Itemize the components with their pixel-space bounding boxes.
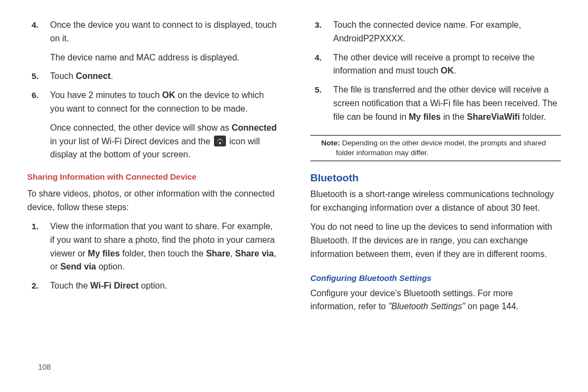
step-item: 2. Touch the Wi-Fi Direct option. bbox=[27, 279, 278, 293]
step-item: 5. The file is transferred and the other… bbox=[310, 83, 561, 124]
step-item: 4. The other device will receive a promp… bbox=[310, 51, 561, 78]
page-number: 108 bbox=[38, 362, 51, 373]
steps-list-a: 4. Once the device you want to connect t… bbox=[27, 19, 278, 167]
step-text: View the information that you want to sh… bbox=[50, 222, 276, 271]
step-number: 1. bbox=[32, 220, 39, 233]
right-column: 3. Touch the connected device name. For … bbox=[307, 19, 561, 381]
step-item: 6. You have 2 minutes to touch OK on the… bbox=[27, 89, 278, 116]
bluetooth-para-2: You do not need to line up the devices t… bbox=[310, 220, 561, 261]
step-number: 6. bbox=[32, 89, 39, 102]
heading-bluetooth: Bluetooth bbox=[310, 170, 561, 186]
step-item: 5. Touch Connect. bbox=[27, 70, 278, 83]
step-number: 4. bbox=[32, 19, 39, 32]
step-text: The file is transferred and the other de… bbox=[333, 85, 557, 121]
steps-list-b: 1. View the information that you want to… bbox=[27, 220, 278, 298]
step-item: 4. Once the device you want to connect t… bbox=[27, 19, 278, 46]
subheading-configuring: Configuring Bluetooth Settings bbox=[310, 272, 561, 284]
step-text: You have 2 minutes to touch OK on the de… bbox=[50, 90, 264, 113]
step-subtext-with-icon: Once connected, the other device will sh… bbox=[50, 123, 277, 160]
note-box: Note: Depending on the other device mode… bbox=[310, 135, 561, 161]
step-text: Once the device you want to connect to i… bbox=[50, 20, 277, 43]
step-text: Touch the Wi-Fi Direct option. bbox=[50, 281, 167, 290]
step-text: Touch the connected device name. For exa… bbox=[333, 20, 521, 43]
steps-list-right: 3. Touch the connected device name. For … bbox=[310, 19, 561, 130]
step-subtext: The device name and MAC address is displ… bbox=[50, 53, 240, 62]
manual-page: 4. Once the device you want to connect t… bbox=[0, 0, 588, 392]
configuring-para: Configure your device's Bluetooth settin… bbox=[310, 287, 561, 314]
sharing-intro: To share videos, photos, or other inform… bbox=[27, 187, 278, 215]
step-number: 5. bbox=[315, 83, 322, 96]
step-text: The other device will receive a prompt t… bbox=[333, 53, 535, 76]
left-column: 4. Once the device you want to connect t… bbox=[27, 19, 281, 381]
step-subline: The device name and MAC address is displ… bbox=[27, 51, 278, 65]
step-item: 1. View the information that you want to… bbox=[27, 220, 278, 274]
step-number: 5. bbox=[32, 70, 39, 83]
step-text: Touch Connect. bbox=[50, 71, 113, 81]
step-number: 4. bbox=[315, 51, 322, 64]
step-number: 2. bbox=[32, 279, 39, 292]
wifi-direct-icon bbox=[214, 136, 226, 146]
step-item: 3. Touch the connected device name. For … bbox=[310, 19, 561, 46]
step-subline: Once connected, the other device will sh… bbox=[27, 121, 278, 162]
note-text: Depending on the other device model, the… bbox=[336, 139, 546, 157]
note-label: Note: bbox=[321, 139, 340, 147]
subheading-sharing: Sharing Information with Connected Devic… bbox=[27, 170, 278, 183]
bluetooth-para-1: Bluetooth is a short-range wireless comm… bbox=[310, 188, 561, 215]
step-number: 3. bbox=[315, 19, 322, 32]
